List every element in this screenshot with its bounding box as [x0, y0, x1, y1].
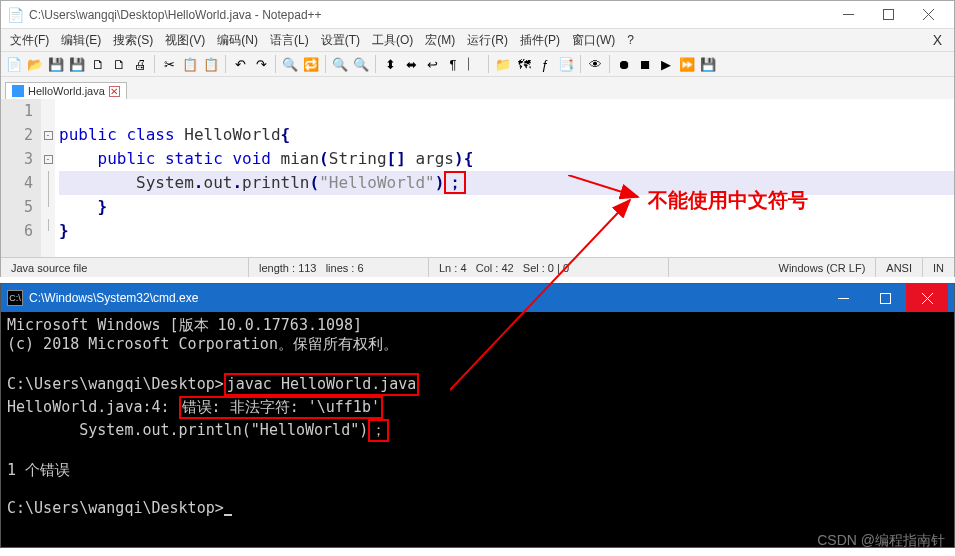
zoom-in-icon[interactable]: 🔍: [331, 55, 349, 73]
menu-tools[interactable]: 工具(O): [367, 30, 418, 51]
all-chars-icon[interactable]: ¶: [444, 55, 462, 73]
close-file-icon[interactable]: 🗋: [89, 55, 107, 73]
separator: [325, 55, 326, 73]
fold-column: - -: [41, 99, 55, 257]
fold-toggle-icon[interactable]: -: [44, 131, 53, 140]
error-highlight: javac HelloWorld.java: [224, 373, 420, 396]
separator: [154, 55, 155, 73]
menu-file[interactable]: 文件(F): [5, 30, 54, 51]
doc-map-icon[interactable]: 🗺: [515, 55, 533, 73]
line-4[interactable]: System.out.println("HelloWorld")；: [59, 171, 954, 195]
record-icon[interactable]: ⏺: [615, 55, 633, 73]
menu-edit[interactable]: 编辑(E): [56, 30, 106, 51]
cmd-icon: C:\: [7, 290, 23, 306]
paste-icon[interactable]: 📋: [202, 55, 220, 73]
cmd-prompt: C:\Users\wangqi\Desktop>: [7, 375, 224, 393]
cmd-title: C:\Windows\System32\cmd.exe: [29, 291, 822, 305]
sync-h-icon[interactable]: ⬌: [402, 55, 420, 73]
line-5[interactable]: }: [59, 195, 954, 219]
file-icon: [12, 85, 24, 97]
toolbar: 📄 📂 💾 💾 🗋 🗋 🖨 ✂ 📋 📋 ↶ ↷ 🔍 🔁 🔍 🔍 ⬍ ⬌ ↩ ¶ …: [1, 51, 954, 77]
line-6[interactable]: }: [59, 219, 954, 243]
func-list-icon[interactable]: ƒ: [536, 55, 554, 73]
fold-toggle-icon[interactable]: -: [44, 155, 53, 164]
doc-switcher-icon[interactable]: 📑: [557, 55, 575, 73]
copy-icon[interactable]: 📋: [181, 55, 199, 73]
print-icon[interactable]: 🖨: [131, 55, 149, 73]
redo-icon[interactable]: ↷: [252, 55, 270, 73]
separator: [275, 55, 276, 73]
minimize-button[interactable]: [828, 1, 868, 29]
npp-titlebar[interactable]: 📄 C:\Users\wangqi\Desktop\HelloWorld.jav…: [1, 1, 954, 29]
npp-title: C:\Users\wangqi\Desktop\HelloWorld.java …: [29, 8, 828, 22]
minimize-button[interactable]: [822, 284, 864, 312]
cut-icon[interactable]: ✂: [160, 55, 178, 73]
cursor-icon: [224, 514, 232, 516]
separator: [609, 55, 610, 73]
new-file-icon[interactable]: 📄: [5, 55, 23, 73]
status-encoding: ANSI: [876, 258, 923, 277]
line-1[interactable]: [59, 99, 954, 123]
statusbar: Java source file length : 113 lines : 6 …: [1, 257, 954, 277]
tab-helloworld[interactable]: HelloWorld.java ✕: [5, 82, 127, 99]
wrap-icon[interactable]: ↩: [423, 55, 441, 73]
menu-search[interactable]: 搜索(S): [108, 30, 158, 51]
menu-settings[interactable]: 设置(T): [316, 30, 365, 51]
window-controls: [828, 1, 948, 29]
cmd-titlebar[interactable]: C:\ C:\Windows\System32\cmd.exe: [1, 284, 954, 312]
close-button[interactable]: [906, 284, 948, 312]
menu-run[interactable]: 运行(R): [462, 30, 513, 51]
error-highlight: ；: [368, 419, 389, 442]
tab-label: HelloWorld.java: [28, 85, 105, 97]
separator: [580, 55, 581, 73]
menubar-close-icon[interactable]: X: [925, 30, 950, 50]
menu-language[interactable]: 语言(L): [265, 30, 314, 51]
cmd-window-controls: [822, 284, 948, 312]
tab-close-icon[interactable]: ✕: [109, 86, 120, 97]
tab-bar: HelloWorld.java ✕: [1, 77, 954, 99]
line-number-gutter: 123456: [1, 99, 41, 257]
line-3[interactable]: public static void mian(String[] args){: [59, 147, 954, 171]
save-icon[interactable]: 💾: [47, 55, 65, 73]
stop-icon[interactable]: ⏹: [636, 55, 654, 73]
menu-macro[interactable]: 宏(M): [420, 30, 460, 51]
cmd-line: HelloWorld.java:4:: [7, 398, 179, 416]
cmd-line: System.out.println("HelloWorld"): [7, 421, 368, 439]
menu-help[interactable]: ?: [622, 31, 639, 49]
status-insert-mode: IN: [923, 258, 954, 277]
indent-guide-icon[interactable]: ⎸: [465, 55, 483, 73]
menu-window[interactable]: 窗口(W): [567, 30, 620, 51]
replace-icon[interactable]: 🔁: [302, 55, 320, 73]
cmd-line: 1 个错误: [7, 461, 70, 479]
code-area[interactable]: public class HelloWorld{ public static v…: [55, 99, 954, 257]
find-icon[interactable]: 🔍: [281, 55, 299, 73]
cmd-prompt: C:\Users\wangqi\Desktop>: [7, 499, 224, 517]
monitor-icon[interactable]: 👁: [586, 55, 604, 73]
menu-plugins[interactable]: 插件(P): [515, 30, 565, 51]
menu-view[interactable]: 视图(V): [160, 30, 210, 51]
save-macro-icon[interactable]: 💾: [699, 55, 717, 73]
cmd-window: C:\ C:\Windows\System32\cmd.exe Microsof…: [0, 283, 955, 548]
zoom-out-icon[interactable]: 🔍: [352, 55, 370, 73]
menubar: 文件(F) 编辑(E) 搜索(S) 视图(V) 编码(N) 语言(L) 设置(T…: [1, 29, 954, 51]
undo-icon[interactable]: ↶: [231, 55, 249, 73]
status-position: Ln : 4 Col : 42 Sel : 0 | 0: [429, 258, 669, 277]
watermark: CSDN @编程指南针: [817, 532, 945, 550]
line-2[interactable]: public class HelloWorld{: [59, 123, 954, 147]
save-all-icon[interactable]: 💾: [68, 55, 86, 73]
fast-forward-icon[interactable]: ⏩: [678, 55, 696, 73]
sync-v-icon[interactable]: ⬍: [381, 55, 399, 73]
cmd-line: (c) 2018 Microsoft Corporation。保留所有权利。: [7, 335, 398, 353]
editor[interactable]: 123456 - - public class HelloWorld{ publ…: [1, 99, 954, 257]
close-button[interactable]: [908, 1, 948, 29]
error-highlight: 错误: 非法字符: '\uff1b': [179, 396, 383, 419]
status-eol: Windows (CR LF): [769, 258, 877, 277]
open-file-icon[interactable]: 📂: [26, 55, 44, 73]
maximize-button[interactable]: [868, 1, 908, 29]
cmd-output[interactable]: Microsoft Windows [版本 10.0.17763.1098] (…: [1, 312, 954, 522]
play-icon[interactable]: ▶: [657, 55, 675, 73]
maximize-button[interactable]: [864, 284, 906, 312]
menu-encoding[interactable]: 编码(N): [212, 30, 263, 51]
close-all-icon[interactable]: 🗋: [110, 55, 128, 73]
folder-icon[interactable]: 📁: [494, 55, 512, 73]
